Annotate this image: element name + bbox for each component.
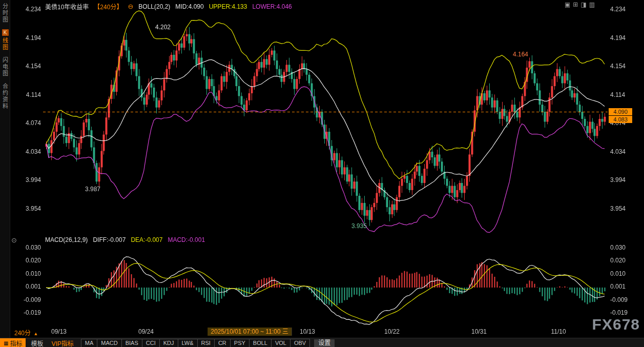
macd-y-tick-left: 0.020: [13, 257, 41, 264]
macd-macd-value: MACD:-0.001: [168, 236, 205, 243]
window-layout-icons: ▣⊞◨▥: [565, 1, 595, 8]
main-y-tick-right: 4.194: [610, 34, 638, 42]
sidebar-item-lightning[interactable]: 闪电图: [1, 57, 9, 77]
period-label[interactable]: 240分 ▲: [14, 328, 38, 337]
indicator-button-label: 指标: [10, 339, 22, 347]
sidebar-item-contract-info[interactable]: 合约资料: [1, 83, 9, 110]
boll-upper-value: UPPER:4.133: [209, 3, 247, 10]
boll-lower-value: LOWER:4.046: [252, 3, 292, 10]
layout-single-icon[interactable]: ▣: [565, 1, 570, 8]
price-annotation: 3.987: [85, 186, 100, 193]
main-y-tick-right: 3.994: [610, 176, 638, 183]
indicator-tab-boll[interactable]: BOLL: [249, 339, 272, 347]
template-button[interactable]: 模板: [26, 339, 48, 347]
last-price-tag: 4.083: [609, 116, 632, 123]
main-y-tick-left: 4.234: [13, 6, 41, 13]
price-annotation: 4.202: [155, 24, 171, 31]
candlestick-chart-canvas[interactable]: [0, 0, 644, 347]
x-axis-date-label: 10/31: [471, 328, 487, 335]
layout-split-icon[interactable]: ◨: [580, 1, 586, 8]
boll-indicator-label: BOLL(20,2): [138, 3, 170, 10]
indicator-button[interactable]: ▦ 指标: [0, 338, 26, 347]
price-annotation: 4.164: [513, 51, 528, 58]
main-y-tick-left: 3.994: [13, 176, 41, 183]
macd-y-tick-left: -0.009: [13, 296, 41, 303]
main-y-tick-right: 4.234: [610, 6, 638, 13]
sidebar-item-kline[interactable]: K线图: [1, 29, 9, 51]
main-y-tick-left: 3.954: [13, 205, 41, 212]
chart-header: 美债10年收益率 【240分】 ⊖ BOLL(20,2) MID:4.090 U…: [45, 2, 292, 11]
macd-panel-icon[interactable]: ⊙: [11, 236, 17, 244]
x-axis-date-label: 09/24: [138, 328, 154, 335]
indicator-tab-cci[interactable]: CCI: [142, 339, 160, 347]
x-axis-date-label: 09/13: [51, 328, 67, 335]
indicator-tab-bias[interactable]: BIAS: [121, 339, 142, 347]
sidebar-item-label: 线图: [2, 37, 8, 51]
macd-y-tick-right: 0.020: [610, 257, 638, 264]
indicator-tab-row: MAMACDBIASCCIKDJLW&RSICRPSYBOLLVOLOBV: [81, 339, 309, 347]
period-label-text: 240分: [14, 330, 31, 337]
indicator-tab-psy[interactable]: PSY: [230, 339, 250, 347]
indicator-tab-macd[interactable]: MACD: [97, 339, 121, 347]
macd-y-tick-right: -0.009: [610, 296, 638, 303]
sidebar-item-timeshare[interactable]: 分时图: [1, 3, 9, 23]
macd-y-tick-right: 0.010: [610, 270, 638, 277]
price-annotation: 3.935: [351, 222, 367, 230]
instrument-title: 美债10年收益率: [45, 2, 89, 11]
menu-grid-icon: ▦: [4, 340, 8, 346]
main-y-tick-right: 4.114: [610, 91, 638, 98]
indicator-tab-obv[interactable]: OBV: [290, 339, 310, 347]
price-line-tag: 4.090: [609, 108, 632, 115]
macd-y-tick-right: 0.001: [610, 283, 638, 290]
main-y-tick-left: 4.114: [13, 91, 41, 98]
sidebar-item-label: 合约资料: [2, 83, 8, 110]
indicator-tab-kdj[interactable]: KDJ: [159, 339, 178, 347]
macd-header: MACD(26,12,9) DIFF:-0.007 DEA:-0.007 MAC…: [45, 236, 205, 243]
indicator-tab-lw[interactable]: LW&: [178, 339, 198, 347]
period-up-arrow-icon: ▲: [33, 331, 38, 336]
indicator-tab-vol[interactable]: VOL: [271, 339, 290, 347]
indicator-tab-rsi[interactable]: RSI: [197, 339, 215, 347]
layout-grid-icon[interactable]: ⊞: [573, 1, 578, 8]
macd-y-tick-right: -0.019: [610, 309, 638, 316]
macd-y-tick-left: 0.010: [13, 270, 41, 277]
layout-rows-icon[interactable]: ▥: [589, 1, 595, 8]
vip-indicator-button[interactable]: VIP指标: [48, 339, 76, 347]
main-y-tick-right: 4.154: [610, 63, 638, 70]
macd-diff-value: DIFF:-0.007: [93, 236, 126, 243]
x-axis-date-label: 11/10: [551, 328, 566, 335]
chart-type-sidebar: 分时图K线图闪电图合约资料: [0, 0, 10, 340]
selected-bar-date-label: 2025/10/01 07:00 ~ 11:00 三: [207, 328, 292, 336]
kline-badge-icon: K: [2, 29, 9, 36]
trading-chart-app: 分时图K线图闪电图合约资料 美债10年收益率 【240分】 ⊖ BOLL(20,…: [0, 0, 644, 347]
macd-dea-value: DEA:-0.007: [131, 236, 162, 243]
main-y-tick-right: 4.034: [610, 148, 638, 155]
main-y-tick-right: 3.954: [610, 205, 638, 212]
main-y-tick-left: 4.034: [13, 148, 41, 155]
macd-indicator-label: MACD(26,12,9): [45, 236, 88, 243]
boll-mid-value: MID:4.090: [175, 3, 203, 10]
bottom-toolbar: ▦ 指标 模板 VIP指标 MAMACDBIASCCIKDJLW&RSICRPS…: [0, 338, 644, 347]
macd-y-tick-left: -0.019: [13, 309, 41, 316]
x-axis-date-label: 10/13: [300, 328, 315, 335]
sidebar-item-label: 分时图: [2, 3, 8, 23]
indicator-tab-cr[interactable]: CR: [214, 339, 231, 347]
minus-circle-icon[interactable]: ⊖: [128, 3, 133, 10]
indicator-tab-ma[interactable]: MA: [81, 339, 98, 347]
macd-y-tick-left: 0.001: [13, 283, 41, 290]
main-y-tick-left: 4.154: [13, 63, 41, 70]
macd-y-tick-right: 0.030: [610, 244, 638, 251]
main-y-tick-left: 4.194: [13, 34, 41, 42]
main-y-tick-left: 4.074: [13, 119, 41, 127]
sidebar-item-label: 闪电图: [2, 57, 8, 77]
fx678-watermark: FX678: [592, 316, 640, 333]
x-axis-date-label: 10/22: [384, 328, 400, 335]
macd-y-tick-left: 0.030: [13, 244, 41, 251]
settings-button[interactable]: 设置: [314, 339, 335, 347]
x-axis: 240分 ▲ 2025/10/01 07:00 ~ 11:00 三 09/130…: [0, 326, 644, 337]
period-tag[interactable]: 【240分】: [94, 2, 122, 11]
